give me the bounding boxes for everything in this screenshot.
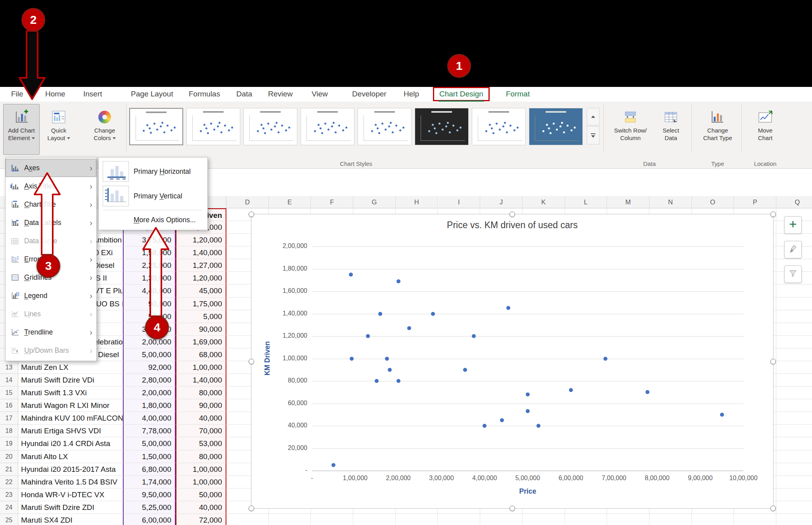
data-point[interactable]: [569, 388, 573, 392]
cell-km-row3[interactable]: 1,20,000: [176, 234, 226, 246]
cell-price-row3[interactable]: 3,75,000: [123, 234, 176, 246]
cell-km-row18[interactable]: 70,000: [176, 425, 226, 437]
cell-name-row18[interactable]: Maruti Ertiga SHVS VDI: [18, 425, 123, 437]
data-point[interactable]: [388, 368, 392, 372]
cell-km-row20[interactable]: 80,000: [176, 450, 226, 463]
data-point[interactable]: [350, 357, 354, 361]
cell-price-row13[interactable]: 92,000: [123, 361, 176, 374]
cell-name-row15[interactable]: Maruti Swift 1.3 VXi: [18, 387, 123, 399]
cell-km-row14[interactable]: 1,40,000: [176, 374, 226, 387]
data-point[interactable]: [603, 357, 607, 361]
chart-style-2[interactable]: [186, 108, 240, 145]
submenu-item-primary-vertical[interactable]: Primary Vertical: [100, 184, 206, 208]
data-point[interactable]: [331, 463, 335, 467]
column-header-j[interactable]: J: [480, 196, 523, 208]
row-header-18[interactable]: 18: [0, 425, 18, 437]
x-axis-title[interactable]: Price: [519, 487, 536, 496]
gallery-scroll-up-button[interactable]: [587, 108, 599, 125]
cell-price-row16[interactable]: 1,80,000: [123, 399, 176, 412]
tab-chart-design[interactable]: Chart Design: [438, 87, 485, 102]
data-point[interactable]: [536, 424, 540, 428]
cell-km-row24[interactable]: 40,000: [176, 501, 226, 514]
tab-page-layout[interactable]: Page Layout: [129, 87, 175, 102]
column-header-k[interactable]: K: [523, 196, 565, 208]
switch-row-column-button[interactable]: Switch Row/ Column: [610, 104, 651, 155]
row-header-17[interactable]: 17: [0, 412, 18, 425]
menu-item-data-labels[interactable]: Data Labels›: [6, 213, 96, 232]
tab-format[interactable]: Format: [504, 87, 531, 102]
cell-price-row15[interactable]: 2,00,000: [123, 387, 176, 399]
data-point[interactable]: [366, 334, 370, 338]
selection-handle[interactable]: [249, 359, 254, 364]
data-point[interactable]: [526, 409, 530, 413]
cell-name-row16[interactable]: Maruti Wagon R LXI Minor: [18, 399, 123, 412]
select-data-button[interactable]: Select Data: [653, 104, 688, 155]
cell-name-row22[interactable]: Mahindra Verito 1.5 D4 BSIV: [18, 476, 123, 488]
cell-price-row7[interactable]: 4,40,000: [123, 285, 176, 298]
cell-price-row20[interactable]: 1,50,000: [123, 450, 176, 463]
selection-handle[interactable]: [509, 506, 515, 511]
column-header-d[interactable]: D: [226, 196, 269, 208]
cell-km-row5[interactable]: 1,27,000: [176, 259, 226, 272]
submenu-item-more-axis-options[interactable]: More Axis Options...: [100, 212, 206, 228]
column-header-e[interactable]: E: [269, 196, 311, 208]
data-point[interactable]: [378, 312, 382, 316]
column-header-i[interactable]: I: [438, 196, 481, 208]
cell-km-row16[interactable]: 90,000: [176, 399, 226, 412]
row-header-21[interactable]: 21: [0, 463, 18, 476]
selection-handle[interactable]: [770, 359, 776, 364]
chart-styles-button[interactable]: [784, 241, 802, 258]
data-point[interactable]: [463, 368, 467, 372]
menu-item-trendline[interactable]: Trendline›: [6, 323, 96, 341]
data-point[interactable]: [506, 306, 510, 310]
tab-view[interactable]: View: [310, 87, 329, 102]
row-header-22[interactable]: 22: [0, 476, 18, 488]
submenu-item-primary-horizontal[interactable]: Primary Horizontal: [100, 159, 206, 184]
selection-handle[interactable]: [770, 506, 776, 511]
row-header-25[interactable]: 25: [0, 514, 18, 525]
cell-price-row25[interactable]: 6,00,000: [123, 514, 176, 525]
chart-style-4[interactable]: [301, 108, 354, 145]
chart-style-5[interactable]: [358, 108, 412, 145]
cell-price-row4[interactable]: 1,58,000: [123, 246, 176, 259]
cell-km-row22[interactable]: 1,00,000: [176, 476, 226, 488]
cell-km-row7[interactable]: 45,000: [176, 285, 226, 298]
cell-name-row17[interactable]: Mahindra KUV 100 mFALCON G80: [18, 412, 123, 425]
data-point[interactable]: [483, 424, 486, 428]
column-header-n[interactable]: N: [649, 196, 692, 208]
cell-km-row11[interactable]: 1,69,000: [176, 336, 226, 348]
gallery-more-button[interactable]: [587, 126, 599, 144]
cell-km-row9[interactable]: 5,000: [176, 310, 226, 323]
cell-price-row24[interactable]: 5,25,000: [123, 501, 176, 514]
row-header-23[interactable]: 23: [0, 488, 18, 501]
menu-item-legend[interactable]: Legend›: [6, 287, 96, 305]
column-header-q[interactable]: Q: [776, 196, 812, 208]
row-header-20[interactable]: 20: [0, 450, 18, 463]
row-header-16[interactable]: 16: [0, 399, 18, 412]
row-header-15[interactable]: 15: [0, 387, 18, 399]
chart-panel[interactable]: Price vs. KM driven of used cars KM Driv…: [251, 214, 774, 509]
row-header-24[interactable]: 24: [0, 501, 18, 514]
column-header-h[interactable]: H: [396, 196, 438, 208]
chart-style-8[interactable]: [529, 108, 583, 145]
cell-price-row12[interactable]: 5,00,000: [123, 348, 176, 361]
cell-km-row25[interactable]: 72,000: [176, 514, 226, 525]
cell-name-row14[interactable]: Maruti Swift Dzire VDi: [18, 374, 123, 387]
row-header-14[interactable]: 14: [0, 374, 18, 387]
cell-price-row18[interactable]: 7,78,000: [123, 425, 176, 437]
cell-price-row6[interactable]: 1,30,000: [123, 272, 176, 285]
column-header-o[interactable]: O: [692, 196, 734, 208]
column-header-g[interactable]: G: [353, 196, 396, 208]
data-point[interactable]: [526, 392, 530, 396]
selection-handle[interactable]: [249, 506, 254, 511]
column-header-p[interactable]: P: [734, 196, 776, 208]
selection-handle[interactable]: [249, 212, 254, 217]
column-header-f[interactable]: F: [311, 196, 353, 208]
menu-item-axes[interactable]: Axes›: [6, 159, 96, 177]
chart-style-1[interactable]: [129, 108, 183, 145]
tab-help[interactable]: Help: [402, 87, 421, 102]
data-point[interactable]: [349, 273, 353, 277]
data-point[interactable]: [645, 390, 649, 394]
chart-filters-button[interactable]: [784, 265, 802, 283]
tab-developer[interactable]: Developer: [350, 87, 388, 102]
